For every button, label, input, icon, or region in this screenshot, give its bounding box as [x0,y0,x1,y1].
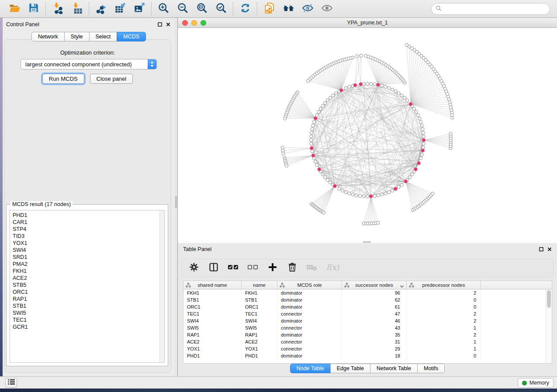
mcds-result-item[interactable]: TEC1 [13,316,159,323]
export-network-button[interactable] [93,1,109,16]
ring-node[interactable] [403,96,406,99]
ring-node[interactable] [381,193,384,196]
network-canvas[interactable] [178,28,557,241]
ring-node[interactable] [362,195,365,198]
ring-node[interactable] [408,176,411,179]
ring-node[interactable] [387,191,391,194]
ring-node[interactable] [420,153,423,156]
table-row[interactable]: STB1STB1dominator620 [183,296,546,303]
tab-network-table[interactable]: Network Table [370,364,418,373]
tab-motifs[interactable]: Motifs [417,364,445,373]
ring-node[interactable] [315,164,318,167]
export-table-button[interactable] [112,1,128,16]
leaf-node[interactable] [360,54,363,57]
mcds-hub-node[interactable] [359,83,363,86]
ring-node[interactable] [332,94,335,97]
table-row[interactable]: SWI5SWI5connector431 [183,324,546,331]
leaf-node[interactable] [307,79,310,83]
table-row[interactable]: ACE2ACE2connector311 [183,338,546,345]
leaf-node[interactable] [282,152,285,155]
leaf-node[interactable] [405,43,408,46]
vertical-splitter-handle[interactable] [175,196,177,208]
ring-node[interactable] [315,113,318,117]
float-panel-icon[interactable] [158,22,162,27]
ring-node[interactable] [422,131,425,134]
mcds-result-item[interactable]: CAR1 [13,219,159,226]
ring-node[interactable] [311,124,315,127]
mcds-result-item[interactable]: STP4 [13,226,159,233]
leaf-node[interactable] [284,117,287,120]
ring-node[interactable] [400,94,403,97]
mcds-hub-node[interactable] [421,149,425,152]
criterion-select[interactable]: largest connected component (undirected) [21,59,157,69]
refresh-button[interactable] [237,1,253,16]
ring-node[interactable] [351,193,354,196]
ring-node[interactable] [335,92,338,95]
memory-button[interactable]: Memory [518,378,554,388]
ring-node[interactable] [323,176,326,179]
deselect-all-button[interactable] [247,261,259,275]
close-table-panel-icon[interactable] [547,247,552,251]
horizontal-splitter-handle[interactable] [363,241,371,243]
ring-node[interactable] [397,186,400,189]
tab-network[interactable]: Network [31,32,65,41]
mcds-result-item[interactable]: RAP1 [13,296,159,303]
column-header-shared-name[interactable]: shared name [183,281,242,289]
table-row[interactable]: PHD1PHD1dominator180 [183,352,546,359]
tab-style[interactable]: Style [64,32,90,41]
vertical-splitter[interactable] [175,18,178,376]
network-window-titlebar[interactable]: YPA_prune.txt_1 [178,18,557,28]
ring-node[interactable] [314,160,317,163]
leaf-node[interactable] [377,221,380,224]
ring-node[interactable] [312,120,315,124]
ring-node[interactable] [310,131,313,134]
mcds-result-item[interactable]: SRD1 [13,254,159,261]
ring-node[interactable] [311,127,314,131]
save-button[interactable] [26,1,42,16]
search-box[interactable] [431,3,550,15]
ring-node[interactable] [321,104,324,107]
float-table-panel-icon[interactable] [539,247,543,251]
ring-node[interactable] [341,189,344,192]
ring-node[interactable] [326,99,329,102]
select-all-button[interactable] [227,261,239,275]
import-network-button[interactable] [50,1,66,16]
ring-node[interactable] [418,117,421,120]
ring-node[interactable] [422,135,425,138]
column-header-successor-nodes[interactable]: successor nodes [342,281,407,289]
column-header-predecessor-nodes[interactable]: predecessor nodes [407,281,481,289]
ring-node[interactable] [411,173,414,176]
ring-node[interactable] [319,107,322,110]
ring-node[interactable] [397,92,400,95]
ring-node[interactable] [348,85,351,88]
zoom-out-button[interactable] [175,1,190,16]
zoom-in-button[interactable] [156,1,171,16]
ring-node[interactable] [373,83,376,86]
ring-node[interactable] [355,194,358,197]
column-header-mcds-role[interactable]: MCDS role [277,281,342,289]
mcds-result-item[interactable]: ACE2 [13,275,159,282]
ring-node[interactable] [391,189,394,192]
mcds-hub-node[interactable] [376,83,380,86]
search-input[interactable] [444,5,550,14]
ring-node[interactable] [377,194,380,197]
mcds-result-item[interactable]: PHD1 [13,212,159,219]
mcds-result-item[interactable]: STB5 [13,282,159,289]
mcds-result-scrollbar[interactable] [159,210,164,362]
duplicate-network-button[interactable] [261,1,277,16]
ring-node[interactable] [415,110,418,113]
leaf-node[interactable] [431,192,434,195]
mcds-hub-node[interactable] [417,162,421,165]
ring-node[interactable] [373,194,376,197]
mcds-hub-node[interactable] [314,117,317,120]
mcds-hub-node[interactable] [310,146,313,150]
ring-node[interactable] [317,110,320,113]
leaf-node[interactable] [322,211,325,214]
ring-node[interactable] [329,181,332,184]
mcds-hub-node[interactable] [414,168,417,171]
ring-node[interactable] [422,142,425,145]
ring-node[interactable] [387,86,391,89]
leaf-node[interactable] [285,164,288,167]
leaf-node[interactable] [364,54,367,57]
table-row[interactable]: YOX1YOX1connector291 [183,345,546,352]
